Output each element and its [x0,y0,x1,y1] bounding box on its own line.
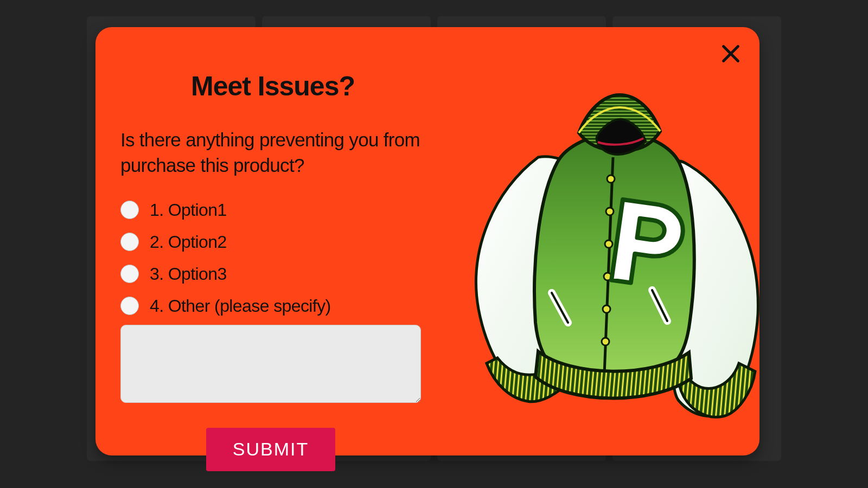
radio-icon [120,297,139,315]
radio-icon [120,233,139,251]
other-specify-input[interactable] [120,325,421,403]
option-1[interactable]: 1. Option1 [120,200,462,220]
options-group: 1. Option1 2. Option2 3. Option3 4. Othe… [120,200,462,316]
option-label: 2. Option2 [150,232,227,252]
option-label: 3. Option3 [150,264,227,284]
survey-modal: Meet Issues? Is there anything preventin… [95,27,760,455]
option-label: 1. Option1 [150,200,227,220]
modal-title: Meet Issues? [191,70,462,102]
illustration-area [462,49,738,434]
submit-button[interactable]: SUBMIT [206,428,335,471]
svg-point-6 [607,175,615,183]
svg-point-8 [605,240,612,248]
varsity-jacket-icon [457,81,782,428]
option-2[interactable]: 2. Option2 [120,232,462,252]
survey-question: Is there anything preventing you from pu… [120,127,424,178]
option-other[interactable]: 4. Other (please specify) [120,296,462,316]
radio-icon [120,265,139,283]
svg-point-7 [606,208,614,215]
option-3[interactable]: 3. Option3 [120,264,462,284]
svg-point-11 [602,338,609,345]
svg-point-10 [603,305,610,313]
survey-form: Meet Issues? Is there anything preventin… [115,49,462,434]
option-label: 4. Other (please specify) [150,296,331,316]
radio-icon [120,201,139,219]
